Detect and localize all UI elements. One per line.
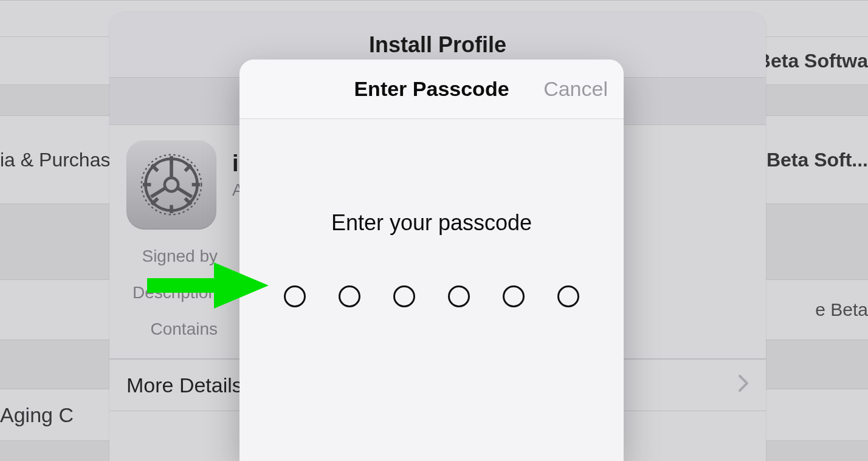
bg-row-text-right: Beta Soft... (766, 149, 868, 171)
bg-row-text-right: Beta Softwa (757, 50, 868, 72)
more-details-label: More Details (126, 374, 243, 397)
sheet-title: Install Profile (369, 32, 506, 58)
chevron-right-icon (738, 374, 749, 397)
svg-line-6 (152, 165, 158, 171)
svg-line-9 (185, 165, 191, 171)
modal-header: Enter Passcode Cancel (239, 60, 624, 119)
cancel-button[interactable]: Cancel (543, 60, 608, 118)
settings-gear-icon (126, 140, 216, 230)
passcode-dot (557, 285, 579, 307)
label-signed-by: Signed by (126, 247, 218, 266)
svg-line-11 (151, 188, 165, 197)
passcode-modal: Enter Passcode Cancel Enter your passcod… (239, 60, 624, 461)
passcode-dot (284, 285, 306, 307)
passcode-dots[interactable] (239, 285, 624, 307)
label-contains: Contains (126, 319, 218, 339)
svg-line-8 (152, 198, 158, 204)
svg-point-1 (165, 178, 178, 191)
passcode-prompt: Enter your passcode (239, 210, 624, 236)
passcode-dot (393, 285, 415, 307)
passcode-dot (339, 285, 360, 307)
bg-row-text-right: e Beta (815, 299, 868, 320)
modal-title: Enter Passcode (354, 77, 509, 101)
svg-line-7 (185, 198, 191, 204)
passcode-dot (503, 285, 525, 307)
bg-row-text: Aging C (0, 403, 74, 427)
label-description: Description (126, 283, 218, 302)
svg-line-12 (177, 188, 192, 197)
passcode-dot (448, 285, 470, 307)
